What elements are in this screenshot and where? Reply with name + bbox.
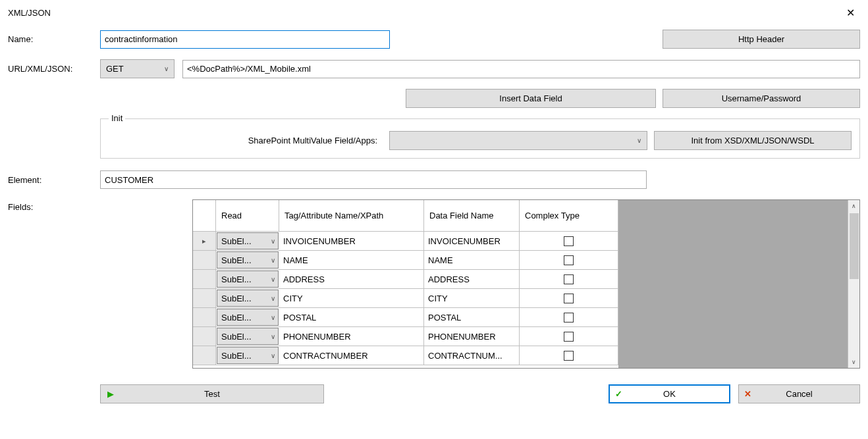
url-label: URL/XML/JSON:	[8, 64, 100, 74]
cancel-button-label: Cancel	[786, 389, 812, 399]
read-combo[interactable]: SubEl...∨	[217, 309, 279, 326]
scroll-up-icon[interactable]: ∧	[850, 200, 859, 212]
cancel-button[interactable]: ✕ Cancel	[738, 384, 860, 403]
chevron-down-icon: ∨	[637, 137, 641, 144]
read-combo[interactable]: SubEl...∨	[217, 347, 279, 364]
fields-label: Fields:	[8, 199, 100, 212]
read-combo-value: SubEl...	[221, 313, 252, 323]
data-field-name-cell[interactable]: CONTRACTNUM...	[424, 346, 520, 365]
grid-header-read[interactable]: Read	[216, 200, 279, 231]
tag-cell[interactable]: INVOICENUMBER	[279, 232, 424, 250]
read-combo[interactable]: SubEl...∨	[217, 251, 279, 269]
complex-type-checkbox[interactable]	[564, 294, 574, 303]
http-header-button[interactable]: Http Header	[663, 30, 860, 49]
complex-type-cell[interactable]	[520, 232, 618, 250]
row-selector[interactable]: ▸	[193, 232, 216, 250]
read-combo[interactable]: SubEl...∨	[217, 271, 279, 288]
complex-type-cell[interactable]	[520, 270, 618, 288]
close-icon[interactable]: ✕	[841, 5, 860, 20]
table-row[interactable]: SubEl...∨ADDRESSADDRESS	[193, 270, 618, 289]
username-password-button[interactable]: Username/Password	[663, 89, 860, 108]
test-button-label: Test	[204, 389, 220, 399]
scroll-thumb[interactable]	[850, 213, 859, 279]
http-method-value: GET	[106, 64, 124, 74]
complex-type-cell[interactable]	[520, 346, 618, 365]
grid-header-complex-type[interactable]: Complex Type	[520, 200, 618, 231]
complex-type-checkbox[interactable]	[564, 274, 574, 284]
row-selector[interactable]	[193, 289, 216, 307]
complex-type-checkbox[interactable]	[564, 351, 574, 361]
read-cell: SubEl...∨	[216, 232, 279, 250]
ok-button-label: OK	[663, 389, 676, 399]
read-cell: SubEl...∨	[216, 251, 279, 269]
name-label: Name:	[8, 34, 100, 44]
read-combo[interactable]: SubEl...∨	[217, 290, 279, 307]
table-row[interactable]: ▸SubEl...∨INVOICENUMBERINVOICENUMBER	[193, 232, 618, 251]
sharepoint-label: SharePoint MultiValue Field/Apps:	[109, 136, 383, 145]
complex-type-checkbox[interactable]	[564, 332, 574, 342]
element-input[interactable]	[100, 170, 647, 189]
grid-header-data-field-name[interactable]: Data Field Name	[424, 200, 520, 231]
x-icon: ✕	[744, 389, 751, 399]
table-row[interactable]: SubEl...∨POSTALPOSTAL	[193, 308, 618, 327]
read-cell: SubEl...∨	[216, 308, 279, 326]
table-row[interactable]: SubEl...∨PHONENUMBERPHONENUMBER	[193, 327, 618, 346]
sharepoint-select[interactable]: ∨	[389, 131, 647, 150]
complex-type-cell[interactable]	[520, 327, 618, 346]
chevron-down-icon: ∨	[271, 295, 275, 302]
tag-cell[interactable]: NAME	[279, 251, 424, 269]
data-field-name-cell[interactable]: ADDRESS	[424, 270, 520, 288]
data-field-name-cell[interactable]: INVOICENUMBER	[424, 232, 520, 250]
name-input[interactable]	[100, 30, 390, 49]
row-selector[interactable]	[193, 327, 216, 346]
chevron-down-icon: ∨	[271, 352, 275, 359]
table-row[interactable]: SubEl...∨CONTRACTNUMBERCONTRACTNUM...	[193, 346, 618, 365]
chevron-down-icon: ∨	[271, 257, 275, 264]
complex-type-cell[interactable]	[520, 251, 618, 269]
read-combo-value: SubEl...	[221, 274, 252, 284]
tag-cell[interactable]: CITY	[279, 289, 424, 307]
table-row[interactable]: SubEl...∨NAMENAME	[193, 251, 618, 270]
chevron-down-icon: ∨	[271, 333, 275, 340]
data-field-name-cell[interactable]: CITY	[424, 289, 520, 307]
row-selector[interactable]	[193, 270, 216, 288]
http-method-select[interactable]: GET ∨	[100, 59, 175, 78]
init-fieldset: Init SharePoint MultiValue Field/Apps: ∨…	[100, 118, 860, 159]
table-row[interactable]: SubEl...∨CITYCITY	[193, 289, 618, 308]
complex-type-cell[interactable]	[520, 308, 618, 326]
url-input[interactable]	[182, 60, 860, 78]
read-cell: SubEl...∨	[216, 327, 279, 346]
grid-scrollbar[interactable]: ∧ ∨	[848, 200, 859, 368]
fields-grid: Read Tag/Attribute Name/XPath Data Field…	[192, 199, 860, 369]
tag-cell[interactable]: CONTRACTNUMBER	[279, 346, 424, 365]
window-title: XML/JSON	[8, 8, 51, 18]
complex-type-cell[interactable]	[520, 289, 618, 307]
read-cell: SubEl...∨	[216, 289, 279, 307]
row-selector[interactable]	[193, 251, 216, 269]
complex-type-checkbox[interactable]	[564, 255, 574, 265]
grid-header-selector	[193, 200, 216, 231]
scroll-down-icon[interactable]: ∨	[848, 356, 859, 368]
tag-cell[interactable]: POSTAL	[279, 308, 424, 326]
read-combo[interactable]: SubEl...∨	[217, 232, 279, 249]
row-selector[interactable]	[193, 346, 216, 365]
read-combo[interactable]: SubEl...∨	[217, 328, 279, 345]
test-button[interactable]: ▶ Test	[100, 384, 324, 403]
complex-type-checkbox[interactable]	[564, 236, 574, 246]
read-combo-value: SubEl...	[221, 351, 252, 361]
ok-button[interactable]: ✓ OK	[609, 384, 730, 403]
insert-data-field-button[interactable]: Insert Data Field	[406, 89, 656, 108]
row-selector[interactable]	[193, 308, 216, 326]
read-combo-value: SubEl...	[221, 255, 252, 265]
tag-cell[interactable]: PHONENUMBER	[279, 327, 424, 346]
tag-cell[interactable]: ADDRESS	[279, 270, 424, 288]
data-field-name-cell[interactable]: NAME	[424, 251, 520, 269]
read-combo-value: SubEl...	[221, 332, 252, 342]
grid-header-tag[interactable]: Tag/Attribute Name/XPath	[279, 200, 424, 231]
play-icon: ▶	[107, 389, 114, 399]
data-field-name-cell[interactable]: POSTAL	[424, 308, 520, 326]
init-from-xsd-button[interactable]: Init from XSD/XML/JSON/WSDL	[654, 131, 852, 150]
data-field-name-cell[interactable]: PHONENUMBER	[424, 327, 520, 346]
complex-type-checkbox[interactable]	[564, 313, 574, 323]
read-combo-value: SubEl...	[221, 236, 252, 246]
